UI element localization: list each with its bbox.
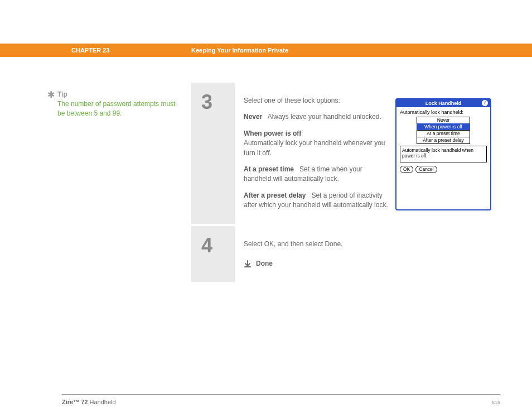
chapter-title: Keeping Your Information Private <box>191 47 288 54</box>
dialog-description: Automatically lock handheld when power i… <box>400 146 487 162</box>
dialog-option-list: Never When power is off At a preset time… <box>400 117 487 143</box>
footer-divider <box>62 394 500 395</box>
option-never: Never Always leave your handheld unlocke… <box>244 112 389 122</box>
option-preset-delay: After a preset delay Set a period of ina… <box>244 191 389 210</box>
dialog-title-text: Lock Handheld <box>425 100 462 106</box>
step-number: 4 <box>201 234 235 257</box>
step-intro: Select one of these lock options: <box>244 96 389 106</box>
steps-panel: 3 Select one of these lock options: Neve… <box>191 83 500 282</box>
chapter-label: CHAPTER 23 <box>71 47 191 54</box>
tip-label: Tip <box>57 90 177 98</box>
dialog-body: Automatically lock handheld: Never When … <box>396 107 490 176</box>
chapter-header: CHAPTER 23 Keeping Your Information Priv… <box>0 44 532 57</box>
option-preset-time: At a preset time Set a time when your ha… <box>244 165 389 184</box>
step-number: 3 <box>201 90 235 114</box>
option-power: When power is offAutomatically lock your… <box>244 129 389 158</box>
dialog-label: Automatically lock handheld: <box>400 109 487 115</box>
option-power-desc: Automatically lock your handheld wheneve… <box>244 139 385 156</box>
dialog-titlebar: Lock Handheld i <box>396 99 490 107</box>
option-never-desc: Always leave your handheld unlocked. <box>268 113 381 121</box>
footer-product: Zire™ 72 Handheld <box>62 399 116 405</box>
dialog-option-delay[interactable]: After a preset delay <box>417 137 470 144</box>
step-number-column: 4 <box>191 226 235 282</box>
step-body: Select one of these lock options: Never … <box>235 83 500 224</box>
done-row: Done <box>244 259 485 269</box>
footer-product-bold: Zire™ 72 <box>62 399 88 405</box>
done-label: Done <box>256 259 273 269</box>
tip-text: The number of password attempts must be … <box>57 99 177 118</box>
ok-button[interactable]: OK <box>400 166 413 173</box>
step-text: Select one of these lock options: Never … <box>244 96 395 210</box>
step-4: 4 Select OK, and then select Done. Done <box>191 226 500 282</box>
step-4-text: Select OK, and then select Done. <box>244 239 485 249</box>
step-body: Select OK, and then select Done. Done <box>235 226 500 282</box>
info-icon[interactable]: i <box>482 100 488 106</box>
cancel-button[interactable]: Cancel <box>415 166 437 173</box>
done-arrow-icon <box>244 260 252 268</box>
footer-product-rest: Handheld <box>88 399 115 405</box>
step-3: 3 Select one of these lock options: Neve… <box>191 83 500 226</box>
option-preset-delay-label: After a preset delay <box>244 191 306 199</box>
step-text: Select OK, and then select Done. Done <box>244 239 491 269</box>
option-power-label: When power is off <box>244 130 301 137</box>
asterisk-icon: ✱ <box>47 89 55 100</box>
lock-handheld-dialog: Lock Handheld i Automatically lock handh… <box>395 98 491 210</box>
dialog-buttons: OK Cancel <box>400 166 487 173</box>
tip-sidebar: ✱ Tip The number of password attempts mu… <box>57 90 177 118</box>
footer-page-number: 515 <box>492 400 500 405</box>
option-preset-time-label: At a preset time <box>244 165 294 173</box>
step-number-column: 3 <box>191 83 235 224</box>
option-never-label: Never <box>244 113 262 121</box>
